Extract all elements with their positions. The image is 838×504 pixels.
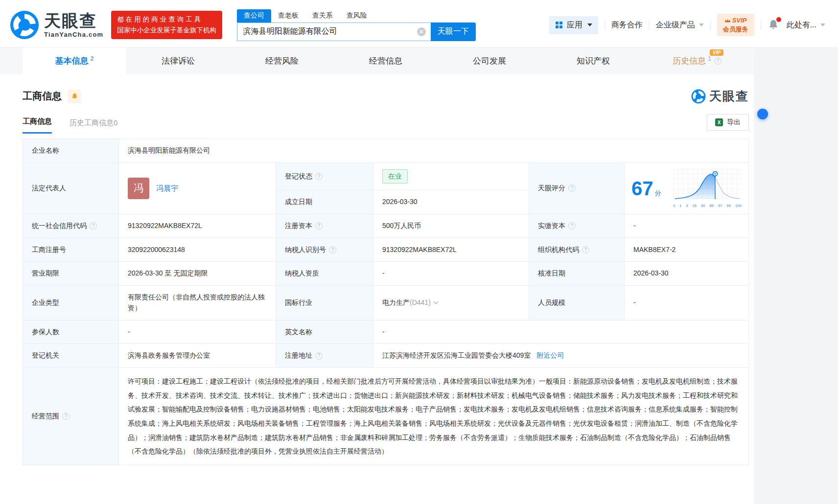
tianyan-score[interactable]: 67分 bbox=[631, 179, 661, 199]
help-icon[interactable] bbox=[315, 222, 323, 229]
subtab-history-business-info[interactable]: 历史工商信息0 bbox=[70, 118, 117, 134]
search-tab-risk[interactable]: 查风险 bbox=[340, 9, 374, 23]
table-row: 营业期限 2026-03-30 至 无固定期限 纳税人资质 - 核准日期 202… bbox=[23, 262, 749, 286]
table-row: 参保人数 - 英文名称 - bbox=[23, 320, 749, 344]
label-legal-representative: 法定代表人 bbox=[23, 162, 119, 214]
search-block: 查公司 查老板 查关系 查风险 ✕ 天眼一下 bbox=[237, 9, 476, 41]
table-row: 工商注册号 320922000623148 纳税人识别号 91320922MAK… bbox=[23, 238, 749, 262]
value-registered-capital: 500万人民币 bbox=[373, 214, 529, 238]
apps-menu[interactable]: 应用 bbox=[549, 16, 598, 34]
help-icon[interactable] bbox=[315, 173, 323, 180]
value-insured-count: - bbox=[119, 320, 276, 344]
label-approval-date: 核准日期 bbox=[529, 262, 625, 286]
help-icon[interactable] bbox=[329, 246, 336, 253]
promo-badge: 都在用的商业查询工具 国家中小企业发展子基金旗下机构 bbox=[111, 11, 222, 39]
search-button[interactable]: 天眼一下 bbox=[431, 23, 476, 41]
apps-label: 应用 bbox=[567, 20, 582, 30]
label-staff-size: 人员规模 bbox=[529, 286, 625, 320]
subscribe-bell-icon[interactable] bbox=[68, 90, 81, 103]
table-row: 企业类型 有限责任公司（非自然人投资或控股的法人独资） 国标行业 电力生产(D4… bbox=[23, 286, 749, 320]
tianyancha-logo-icon bbox=[10, 10, 39, 40]
tab-intellectual-property[interactable]: 知识产权 bbox=[541, 47, 645, 74]
help-icon[interactable] bbox=[62, 412, 70, 420]
table-row: 登记机关 滨海县政务服务管理办公室 注册地址 江苏滨海经济开发区沿海工业园管委会… bbox=[23, 344, 749, 368]
tab-operating-risk[interactable]: 经营风险 bbox=[230, 47, 334, 74]
watermark-logo: 天眼查 bbox=[691, 88, 749, 104]
search-tab-relation[interactable]: 查关系 bbox=[305, 9, 340, 23]
excel-icon: X bbox=[715, 118, 723, 126]
legal-representative-link[interactable]: 冯晨宇 bbox=[156, 183, 178, 194]
label-business-term: 营业期限 bbox=[23, 262, 119, 286]
value-taxpayer-id: 91320922MAKB8EX72L bbox=[373, 238, 529, 262]
help-icon[interactable] bbox=[582, 246, 589, 253]
table-row: 经营范围 许可项目：建设工程施工；建设工程设计（依法须经批准的项目，经相关部门批… bbox=[23, 367, 749, 465]
help-icon[interactable] bbox=[714, 57, 722, 65]
brand-domain: TianYanCha.com bbox=[44, 31, 103, 38]
score-distribution-chart: 01 315 5085 9799 100 bbox=[673, 169, 742, 208]
export-button[interactable]: X 导出 bbox=[707, 114, 749, 131]
label-taxpayer-qualification: 纳税人资质 bbox=[276, 262, 373, 286]
value-org-code: MAKB8EX7-2 bbox=[625, 238, 749, 262]
label-org-code: 组织机构代码 bbox=[529, 238, 625, 262]
tianyancha-logo-icon bbox=[691, 89, 706, 104]
tab-basic-info[interactable]: 基本信息 2 bbox=[23, 47, 126, 74]
value-paid-capital: - bbox=[625, 214, 749, 238]
search-input[interactable] bbox=[237, 27, 431, 36]
label-establish-date: 成立日期 bbox=[276, 190, 373, 214]
help-icon[interactable] bbox=[315, 352, 323, 360]
user-menu[interactable]: 此处有... bbox=[787, 20, 825, 30]
label-paid-capital: 实缴资本 bbox=[529, 214, 625, 238]
header-nav: 应用 商务合作 企业级产品 SVIP 会员服务 bbox=[549, 14, 825, 36]
value-taxpayer-qualification: - bbox=[373, 262, 529, 286]
tab-history-info[interactable]: VIP 历史信息 1 bbox=[645, 47, 749, 74]
score-axis-ticks: 01 315 5085 9799 100 bbox=[673, 204, 742, 208]
label-taxpayer-id: 纳税人识别号 bbox=[276, 238, 373, 262]
help-icon[interactable] bbox=[568, 222, 576, 229]
label-company-name: 企业名称 bbox=[23, 139, 119, 163]
clear-search-icon[interactable]: ✕ bbox=[417, 27, 426, 36]
value-registration-authority: 滨海县政务服务管理办公室 bbox=[119, 344, 276, 368]
search-tab-boss[interactable]: 查老板 bbox=[271, 9, 305, 23]
label-registration-status: 登记状态 bbox=[276, 162, 373, 190]
label-industry: 国标行业 bbox=[276, 286, 373, 320]
nearby-companies-link[interactable]: 附近公司 bbox=[536, 351, 564, 359]
promo-line2: 国家中小企业发展子基金旗下机构 bbox=[117, 25, 216, 36]
floating-widget[interactable] bbox=[757, 109, 768, 119]
label-registration-number: 工商注册号 bbox=[23, 238, 119, 262]
tab-legal-proceedings[interactable]: 法律诉讼 bbox=[126, 47, 230, 74]
tab-company-development[interactable]: 公司发展 bbox=[438, 47, 541, 74]
label-insured-count: 参保人数 bbox=[23, 320, 119, 344]
label-english-name: 英文名称 bbox=[276, 320, 373, 344]
status-badge: 在业 bbox=[382, 169, 408, 184]
search-tabs: 查公司 查老板 查关系 查风险 bbox=[237, 9, 476, 23]
subtab-business-info[interactable]: 工商信息 bbox=[23, 117, 52, 134]
value-staff-size: - bbox=[625, 286, 749, 320]
tab-operating-info[interactable]: 经营信息 bbox=[334, 47, 438, 74]
value-business-scope: 许可项目：建设工程施工；建设工程设计（依法须经批准的项目，经相关部门批准后方可开… bbox=[119, 367, 749, 465]
value-credit-code: 91320922MAKB8EX72L bbox=[119, 214, 276, 238]
value-registered-address: 江苏滨海经济开发区沿海工业园管委会大楼409室附近公司 bbox=[373, 344, 749, 368]
notifications-bell-icon[interactable] bbox=[768, 19, 780, 31]
help-icon[interactable] bbox=[90, 222, 97, 229]
business-cooperation-link[interactable]: 商务合作 bbox=[611, 20, 643, 30]
svip-member-badge[interactable]: SVIP 会员服务 bbox=[717, 14, 754, 36]
table-row: 统一社会信用代码 91320922MAKB8EX72L 注册资本 500万人民币… bbox=[23, 214, 749, 238]
value-registration-number: 320922000623148 bbox=[119, 238, 276, 262]
enterprise-products-link[interactable]: 企业级产品 bbox=[656, 20, 704, 30]
value-business-term: 2026-03-30 至 无固定期限 bbox=[119, 262, 276, 286]
tianyancha-logo[interactable]: 天眼查 TianYanCha.com bbox=[10, 10, 103, 40]
section-title: 工商信息 bbox=[23, 90, 62, 103]
apps-grid-icon bbox=[555, 21, 563, 29]
industry-expand-icon[interactable] bbox=[433, 299, 438, 304]
crown-icon bbox=[724, 18, 731, 23]
table-row: 企业名称 滨海县明阳新能源有限公司 bbox=[23, 139, 749, 163]
vip-badge: VIP bbox=[710, 49, 723, 56]
main-content: 基本信息 2 法律诉讼 经营风险 经营信息 公司发展 知识产权 VIP 历史信息… bbox=[0, 47, 754, 504]
label-registered-capital: 注册资本 bbox=[276, 214, 373, 238]
help-icon[interactable] bbox=[568, 184, 576, 192]
label-tianyan-score: 天眼评分 bbox=[529, 162, 625, 214]
company-nav-tabs: 基本信息 2 法律诉讼 经营风险 经营信息 公司发展 知识产权 VIP 历史信息… bbox=[0, 47, 754, 74]
search-tab-company[interactable]: 查公司 bbox=[237, 9, 271, 23]
avatar: 冯 bbox=[128, 178, 149, 199]
brand-name: 天眼查 bbox=[44, 12, 103, 29]
